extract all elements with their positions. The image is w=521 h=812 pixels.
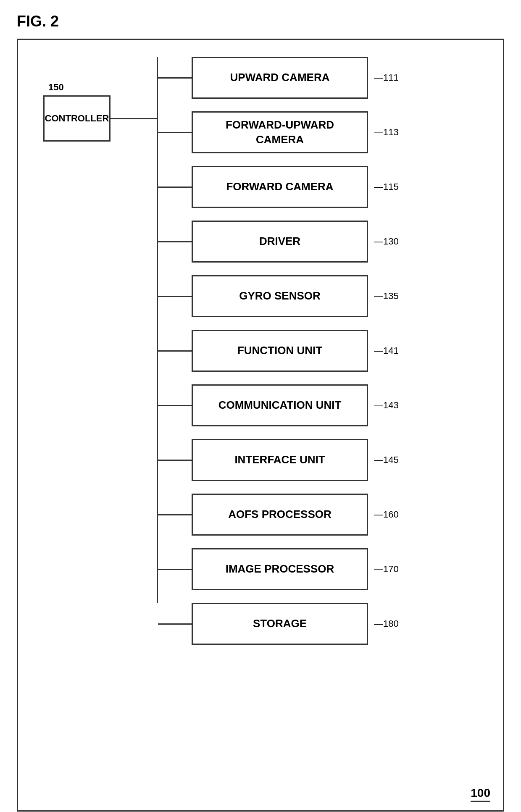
component-ref-143: —143 [374, 400, 399, 411]
h-connector [158, 405, 192, 406]
component-ref-115: —115 [374, 181, 399, 192]
component-ref-170: —170 [374, 564, 399, 575]
component-ref-141: —141 [374, 345, 399, 356]
component-row: FUNCTION UNIT—141 [158, 330, 399, 372]
figure-ref-number: 100 [471, 786, 490, 802]
component-label-141: FUNCTION UNIT [237, 343, 322, 358]
controller-number: 150 [48, 82, 64, 93]
h-connector [158, 296, 192, 297]
h-connector [158, 241, 192, 242]
component-row: GYRO SENSOR—135 [158, 275, 399, 317]
component-label-145: INTERFACE UNIT [234, 452, 325, 467]
h-connector [158, 77, 192, 79]
component-box-141: FUNCTION UNIT [192, 330, 368, 372]
component-ref-113: —113 [374, 127, 399, 138]
component-ref-135: —135 [374, 291, 399, 302]
controller-box: CONTROLLER [43, 95, 111, 142]
component-ref-145: —145 [374, 455, 399, 465]
controller-label: CONTROLLER [45, 113, 109, 125]
component-row: FORWARD CAMERA—115 [158, 166, 399, 208]
component-box-135: GYRO SENSOR [192, 275, 368, 317]
component-ref-180: —180 [374, 618, 399, 629]
component-box-180: STORAGE [192, 603, 368, 645]
h-connector [158, 350, 192, 352]
component-label-130: DRIVER [259, 234, 300, 249]
h-connector [158, 187, 192, 188]
component-label-160: AOFS PROCESSOR [228, 507, 332, 522]
component-label-115: FORWARD CAMERA [226, 179, 333, 194]
component-label-170: IMAGE PROCESSOR [226, 562, 334, 576]
component-box-113: FORWARD-UPWARD CAMERA [192, 111, 368, 153]
component-box-143: COMMUNICATION UNIT [192, 384, 368, 426]
h-connector [158, 569, 192, 570]
component-row: INTERFACE UNIT—145 [158, 439, 399, 481]
figure-title: FIG. 2 [17, 13, 504, 30]
component-box-115: FORWARD CAMERA [192, 166, 368, 208]
component-row: STORAGE—180 [158, 603, 399, 645]
component-ref-111: —111 [374, 72, 399, 83]
diagram-container: 150 CONTROLLER UPWARD CAMERA—111FORWARD-… [17, 39, 504, 812]
h-connector [158, 514, 192, 515]
component-row: UPWARD CAMERA—111 [158, 57, 399, 99]
h-connector [158, 132, 192, 133]
component-box-130: DRIVER [192, 221, 368, 263]
component-box-170: IMAGE PROCESSOR [192, 548, 368, 590]
component-box-145: INTERFACE UNIT [192, 439, 368, 481]
component-row: DRIVER—130 [158, 221, 399, 263]
h-connector [158, 460, 192, 461]
component-row: IMAGE PROCESSOR—170 [158, 548, 399, 590]
component-row: FORWARD-UPWARD CAMERA—113 [158, 111, 399, 153]
component-row: AOFS PROCESSOR—160 [158, 494, 399, 536]
h-connector [158, 623, 192, 625]
component-label-135: GYRO SENSOR [239, 289, 321, 303]
component-box-111: UPWARD CAMERA [192, 57, 368, 99]
component-box-160: AOFS PROCESSOR [192, 494, 368, 536]
component-label-180: STORAGE [253, 616, 307, 631]
component-ref-160: —160 [374, 509, 399, 520]
component-ref-130: —130 [374, 236, 399, 247]
component-label-143: COMMUNICATION UNIT [218, 398, 342, 413]
component-row: COMMUNICATION UNIT—143 [158, 384, 399, 426]
component-label-113: FORWARD-UPWARD CAMERA [226, 118, 334, 147]
component-label-111: UPWARD CAMERA [230, 70, 330, 85]
